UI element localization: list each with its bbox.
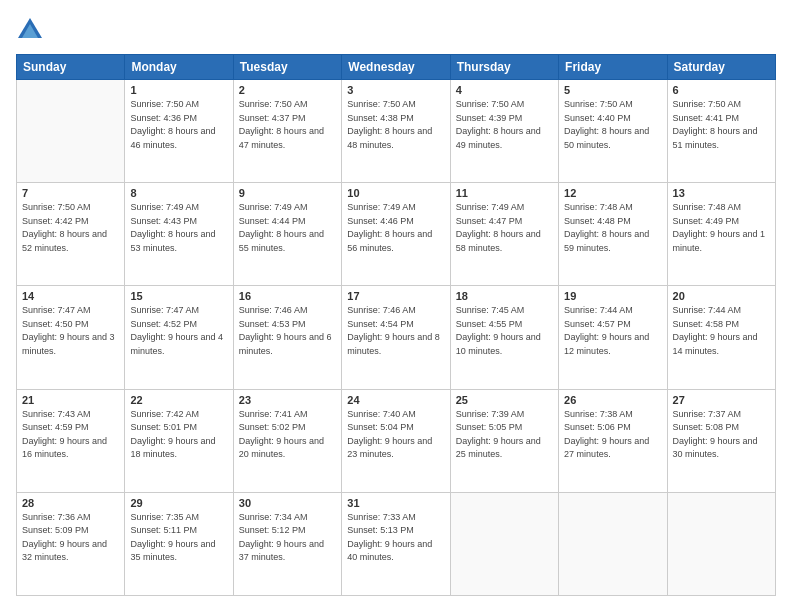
- calendar-cell: 27Sunrise: 7:37 AMSunset: 5:08 PMDayligh…: [667, 389, 775, 492]
- day-number: 16: [239, 290, 336, 302]
- day-number: 29: [130, 497, 227, 509]
- calendar-cell: 28Sunrise: 7:36 AMSunset: 5:09 PMDayligh…: [17, 492, 125, 595]
- calendar-cell: 23Sunrise: 7:41 AMSunset: 5:02 PMDayligh…: [233, 389, 341, 492]
- day-number: 18: [456, 290, 553, 302]
- day-info: Sunrise: 7:48 AMSunset: 4:49 PMDaylight:…: [673, 201, 770, 255]
- calendar-cell: 2Sunrise: 7:50 AMSunset: 4:37 PMDaylight…: [233, 80, 341, 183]
- calendar-cell: 14Sunrise: 7:47 AMSunset: 4:50 PMDayligh…: [17, 286, 125, 389]
- day-number: 19: [564, 290, 661, 302]
- day-number: 11: [456, 187, 553, 199]
- calendar-cell: 1Sunrise: 7:50 AMSunset: 4:36 PMDaylight…: [125, 80, 233, 183]
- day-number: 2: [239, 84, 336, 96]
- weekday-header-row: SundayMondayTuesdayWednesdayThursdayFrid…: [17, 55, 776, 80]
- day-number: 25: [456, 394, 553, 406]
- calendar-week-2: 14Sunrise: 7:47 AMSunset: 4:50 PMDayligh…: [17, 286, 776, 389]
- day-info: Sunrise: 7:37 AMSunset: 5:08 PMDaylight:…: [673, 408, 770, 462]
- day-info: Sunrise: 7:50 AMSunset: 4:41 PMDaylight:…: [673, 98, 770, 152]
- day-info: Sunrise: 7:46 AMSunset: 4:54 PMDaylight:…: [347, 304, 444, 358]
- day-number: 15: [130, 290, 227, 302]
- weekday-header-tuesday: Tuesday: [233, 55, 341, 80]
- day-number: 21: [22, 394, 119, 406]
- day-number: 4: [456, 84, 553, 96]
- calendar-cell: 9Sunrise: 7:49 AMSunset: 4:44 PMDaylight…: [233, 183, 341, 286]
- calendar-cell: 25Sunrise: 7:39 AMSunset: 5:05 PMDayligh…: [450, 389, 558, 492]
- day-number: 17: [347, 290, 444, 302]
- calendar-cell: 7Sunrise: 7:50 AMSunset: 4:42 PMDaylight…: [17, 183, 125, 286]
- calendar-week-1: 7Sunrise: 7:50 AMSunset: 4:42 PMDaylight…: [17, 183, 776, 286]
- weekday-header-friday: Friday: [559, 55, 667, 80]
- day-number: 7: [22, 187, 119, 199]
- calendar-cell: 10Sunrise: 7:49 AMSunset: 4:46 PMDayligh…: [342, 183, 450, 286]
- calendar-week-3: 21Sunrise: 7:43 AMSunset: 4:59 PMDayligh…: [17, 389, 776, 492]
- day-info: Sunrise: 7:38 AMSunset: 5:06 PMDaylight:…: [564, 408, 661, 462]
- day-number: 26: [564, 394, 661, 406]
- calendar-week-4: 28Sunrise: 7:36 AMSunset: 5:09 PMDayligh…: [17, 492, 776, 595]
- day-info: Sunrise: 7:45 AMSunset: 4:55 PMDaylight:…: [456, 304, 553, 358]
- calendar-cell: 31Sunrise: 7:33 AMSunset: 5:13 PMDayligh…: [342, 492, 450, 595]
- calendar-cell: 11Sunrise: 7:49 AMSunset: 4:47 PMDayligh…: [450, 183, 558, 286]
- day-number: 9: [239, 187, 336, 199]
- calendar-cell: 30Sunrise: 7:34 AMSunset: 5:12 PMDayligh…: [233, 492, 341, 595]
- day-number: 5: [564, 84, 661, 96]
- day-number: 20: [673, 290, 770, 302]
- calendar-cell: 22Sunrise: 7:42 AMSunset: 5:01 PMDayligh…: [125, 389, 233, 492]
- logo-icon: [16, 16, 44, 44]
- header: [16, 16, 776, 44]
- day-info: Sunrise: 7:36 AMSunset: 5:09 PMDaylight:…: [22, 511, 119, 565]
- calendar: SundayMondayTuesdayWednesdayThursdayFrid…: [16, 54, 776, 596]
- day-number: 22: [130, 394, 227, 406]
- logo: [16, 16, 48, 44]
- weekday-header-monday: Monday: [125, 55, 233, 80]
- day-info: Sunrise: 7:50 AMSunset: 4:39 PMDaylight:…: [456, 98, 553, 152]
- day-info: Sunrise: 7:42 AMSunset: 5:01 PMDaylight:…: [130, 408, 227, 462]
- weekday-header-thursday: Thursday: [450, 55, 558, 80]
- calendar-cell: 26Sunrise: 7:38 AMSunset: 5:06 PMDayligh…: [559, 389, 667, 492]
- day-info: Sunrise: 7:39 AMSunset: 5:05 PMDaylight:…: [456, 408, 553, 462]
- day-info: Sunrise: 7:34 AMSunset: 5:12 PMDaylight:…: [239, 511, 336, 565]
- calendar-cell: 5Sunrise: 7:50 AMSunset: 4:40 PMDaylight…: [559, 80, 667, 183]
- day-info: Sunrise: 7:33 AMSunset: 5:13 PMDaylight:…: [347, 511, 444, 565]
- day-info: Sunrise: 7:44 AMSunset: 4:57 PMDaylight:…: [564, 304, 661, 358]
- calendar-cell: 29Sunrise: 7:35 AMSunset: 5:11 PMDayligh…: [125, 492, 233, 595]
- day-info: Sunrise: 7:49 AMSunset: 4:43 PMDaylight:…: [130, 201, 227, 255]
- weekday-header-sunday: Sunday: [17, 55, 125, 80]
- day-info: Sunrise: 7:50 AMSunset: 4:42 PMDaylight:…: [22, 201, 119, 255]
- day-info: Sunrise: 7:46 AMSunset: 4:53 PMDaylight:…: [239, 304, 336, 358]
- day-info: Sunrise: 7:35 AMSunset: 5:11 PMDaylight:…: [130, 511, 227, 565]
- day-number: 31: [347, 497, 444, 509]
- calendar-cell: [559, 492, 667, 595]
- day-info: Sunrise: 7:47 AMSunset: 4:52 PMDaylight:…: [130, 304, 227, 358]
- calendar-cell: 16Sunrise: 7:46 AMSunset: 4:53 PMDayligh…: [233, 286, 341, 389]
- calendar-cell: 4Sunrise: 7:50 AMSunset: 4:39 PMDaylight…: [450, 80, 558, 183]
- calendar-cell: [450, 492, 558, 595]
- calendar-cell: [17, 80, 125, 183]
- day-info: Sunrise: 7:41 AMSunset: 5:02 PMDaylight:…: [239, 408, 336, 462]
- day-number: 14: [22, 290, 119, 302]
- calendar-cell: 21Sunrise: 7:43 AMSunset: 4:59 PMDayligh…: [17, 389, 125, 492]
- day-info: Sunrise: 7:48 AMSunset: 4:48 PMDaylight:…: [564, 201, 661, 255]
- day-info: Sunrise: 7:40 AMSunset: 5:04 PMDaylight:…: [347, 408, 444, 462]
- day-number: 12: [564, 187, 661, 199]
- calendar-cell: 13Sunrise: 7:48 AMSunset: 4:49 PMDayligh…: [667, 183, 775, 286]
- day-number: 6: [673, 84, 770, 96]
- weekday-header-wednesday: Wednesday: [342, 55, 450, 80]
- day-info: Sunrise: 7:47 AMSunset: 4:50 PMDaylight:…: [22, 304, 119, 358]
- calendar-cell: 20Sunrise: 7:44 AMSunset: 4:58 PMDayligh…: [667, 286, 775, 389]
- calendar-cell: 19Sunrise: 7:44 AMSunset: 4:57 PMDayligh…: [559, 286, 667, 389]
- calendar-cell: 18Sunrise: 7:45 AMSunset: 4:55 PMDayligh…: [450, 286, 558, 389]
- calendar-cell: 6Sunrise: 7:50 AMSunset: 4:41 PMDaylight…: [667, 80, 775, 183]
- day-number: 28: [22, 497, 119, 509]
- day-number: 10: [347, 187, 444, 199]
- day-number: 24: [347, 394, 444, 406]
- calendar-cell: [667, 492, 775, 595]
- calendar-cell: 24Sunrise: 7:40 AMSunset: 5:04 PMDayligh…: [342, 389, 450, 492]
- day-number: 8: [130, 187, 227, 199]
- day-info: Sunrise: 7:50 AMSunset: 4:40 PMDaylight:…: [564, 98, 661, 152]
- day-info: Sunrise: 7:49 AMSunset: 4:47 PMDaylight:…: [456, 201, 553, 255]
- calendar-cell: 3Sunrise: 7:50 AMSunset: 4:38 PMDaylight…: [342, 80, 450, 183]
- day-info: Sunrise: 7:43 AMSunset: 4:59 PMDaylight:…: [22, 408, 119, 462]
- calendar-cell: 17Sunrise: 7:46 AMSunset: 4:54 PMDayligh…: [342, 286, 450, 389]
- calendar-cell: 12Sunrise: 7:48 AMSunset: 4:48 PMDayligh…: [559, 183, 667, 286]
- day-number: 3: [347, 84, 444, 96]
- day-info: Sunrise: 7:49 AMSunset: 4:44 PMDaylight:…: [239, 201, 336, 255]
